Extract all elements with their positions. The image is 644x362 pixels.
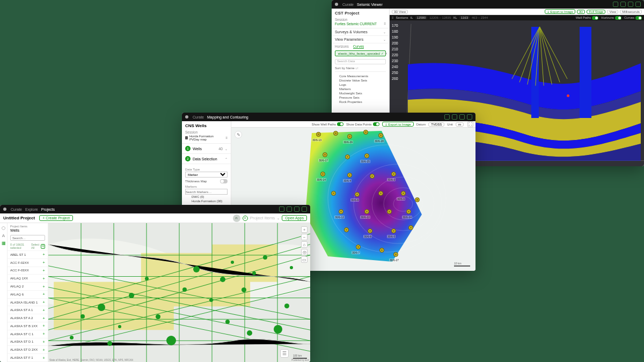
export-button[interactable]: ⤓ Export to Image bbox=[545, 9, 575, 14]
group-item[interactable]: Pressure Sets bbox=[332, 95, 389, 100]
basemap[interactable]: + − ⌂ ◎ ▭ ☰ 100 km State of Alaska, Esri… bbox=[48, 223, 310, 362]
well-item[interactable]: ABEL ST 1+ bbox=[8, 250, 48, 258]
wells-search[interactable] bbox=[10, 235, 45, 241]
datatype-select[interactable]: Marker bbox=[185, 172, 228, 178]
settings-icon[interactable] bbox=[459, 114, 465, 120]
add-icon[interactable]: + bbox=[42, 308, 45, 313]
add-icon[interactable]: + bbox=[42, 316, 45, 321]
well-item[interactable]: AKLAQ 6+ bbox=[8, 290, 48, 298]
add-icon[interactable]: + bbox=[42, 339, 45, 344]
session-row[interactable]: Forties Seismic CURRENT ≡ bbox=[332, 21, 389, 28]
open-apps-button[interactable]: Open Apps bbox=[282, 215, 307, 221]
step-data[interactable]: 2Data Selection ⌃ bbox=[182, 154, 231, 164]
create-project-button[interactable]: + Create Project bbox=[39, 215, 73, 221]
add-icon[interactable]: + bbox=[42, 331, 45, 336]
locate-button[interactable]: ◎ bbox=[301, 249, 308, 255]
markers-search[interactable] bbox=[185, 189, 228, 195]
help-icon[interactable] bbox=[287, 206, 292, 212]
add-icon[interactable]: + bbox=[42, 300, 45, 305]
well-item[interactable]: AKLAQ 1XX+ bbox=[8, 274, 48, 282]
zoom-out-button[interactable]: − bbox=[301, 234, 308, 240]
rail-home-icon[interactable]: ⬡ bbox=[2, 226, 5, 231]
well-item[interactable]: ALASKA ST C 1+ bbox=[8, 330, 48, 338]
avatar[interactable]: ⍝ bbox=[233, 215, 240, 222]
app-name[interactable]: Curate bbox=[193, 115, 204, 119]
group-item[interactable]: Logs bbox=[332, 83, 389, 87]
xl-value[interactable]: 1163 bbox=[459, 16, 470, 19]
bell-icon[interactable] bbox=[279, 206, 284, 212]
well-item[interactable]: ALASKA ISLAND 1+ bbox=[8, 298, 48, 306]
toggle-wellpaths[interactable]: Show Well Paths bbox=[312, 122, 343, 126]
well-item[interactable]: ALASKA ST F 1+ bbox=[8, 353, 48, 361]
step-wells[interactable]: 1Wells 40 ⌄ bbox=[182, 144, 231, 154]
well-item[interactable]: ALASKA ST D 1+ bbox=[8, 338, 48, 346]
well-item[interactable]: AKLAQ 2+ bbox=[8, 282, 48, 290]
add-icon[interactable]: + bbox=[42, 292, 45, 297]
well-item[interactable]: ALASKA ST B 1XX+ bbox=[8, 322, 48, 330]
add-user-button[interactable]: + bbox=[243, 216, 248, 221]
add-icon[interactable]: + bbox=[42, 252, 45, 257]
view-params-panel[interactable]: View Parameters⌄ bbox=[332, 36, 389, 43]
bell-icon[interactable] bbox=[613, 2, 618, 7]
sort-row[interactable]: Sort by Name ↓↑ bbox=[335, 67, 386, 72]
project-items-pill[interactable]: Project Items bbox=[250, 216, 275, 220]
well-item[interactable]: ACC F-02XX+ bbox=[8, 258, 48, 267]
menu-icon[interactable]: ≡ bbox=[225, 136, 228, 139]
crumb-projects[interactable]: Projects bbox=[41, 208, 55, 211]
settings-icon[interactable] bbox=[628, 2, 633, 7]
well-item[interactable]: ALASKA ST A 1+ bbox=[8, 306, 48, 314]
add-icon[interactable]: + bbox=[42, 268, 45, 273]
marker-option[interactable]: DWC (0) bbox=[185, 195, 228, 199]
add-icon[interactable]: + bbox=[42, 260, 45, 265]
toggle-wellpaths[interactable]: Well Paths bbox=[576, 16, 599, 20]
add-icon[interactable]: + bbox=[42, 323, 45, 328]
rail-text-icon[interactable]: A bbox=[2, 233, 5, 238]
marker-option[interactable]: Horda Formation (30) bbox=[185, 199, 228, 203]
group-item[interactable]: Mudweight Sets bbox=[332, 91, 389, 95]
rail-grid-icon[interactable]: ▦ bbox=[2, 241, 6, 246]
chip-fullstage[interactable]: Full Stage bbox=[587, 10, 605, 14]
toggle-datapoints[interactable]: Show Data Points bbox=[346, 122, 379, 126]
settings-icon[interactable] bbox=[294, 206, 299, 212]
measure-tool[interactable]: ✎ bbox=[235, 131, 242, 138]
bell-icon[interactable] bbox=[444, 114, 450, 120]
app-name[interactable]: Curate bbox=[11, 208, 22, 211]
help-icon[interactable] bbox=[620, 2, 626, 7]
app-name[interactable]: Curate bbox=[342, 3, 354, 6]
chip-3d[interactable]: 3D bbox=[577, 10, 586, 14]
select-all[interactable]: Select All bbox=[31, 243, 41, 249]
toggle-curves[interactable]: Curves bbox=[624, 16, 642, 20]
chip-view[interactable]: View bbox=[607, 10, 618, 14]
group-item[interactable]: Discrete Value Sets bbox=[332, 78, 389, 83]
add-icon[interactable]: + bbox=[42, 284, 45, 289]
expand-icon[interactable]: ⛶ bbox=[467, 121, 473, 127]
add-icon[interactable]: + bbox=[42, 356, 45, 360]
select-tool[interactable]: ▭ bbox=[301, 256, 308, 263]
add-icon[interactable]: + bbox=[42, 276, 45, 281]
units-select[interactable]: Milliseconds bbox=[620, 10, 642, 14]
il-value[interactable]: 12580 bbox=[415, 16, 428, 19]
well-item[interactable]: ALASKA ST A 2+ bbox=[8, 314, 48, 322]
well-item[interactable]: ACC F-03XX+ bbox=[8, 267, 48, 275]
account-icon[interactable] bbox=[467, 114, 472, 120]
tab-horizons[interactable]: Horizons bbox=[335, 45, 349, 49]
zoom-in-button[interactable]: + bbox=[301, 226, 308, 233]
tab-curves[interactable]: Curves bbox=[353, 45, 364, 49]
add-icon[interactable]: + bbox=[42, 348, 45, 352]
group-item[interactable]: Rock Properties bbox=[332, 100, 389, 104]
data-search[interactable]: Search Data bbox=[335, 59, 386, 64]
view-mode[interactable]: 3D View bbox=[392, 10, 408, 14]
account-icon[interactable] bbox=[635, 2, 641, 7]
group-item[interactable]: Markers bbox=[332, 87, 389, 91]
layers-button[interactable]: ☰ bbox=[280, 349, 289, 358]
datum-select[interactable]: TVDSS bbox=[428, 122, 444, 127]
toggle-horizons[interactable]: Horizons bbox=[601, 16, 621, 20]
crumb-explore[interactable]: Explore bbox=[25, 208, 38, 211]
thickmap-toggle[interactable] bbox=[220, 179, 228, 183]
session-row[interactable]: Horda Formation PVDay map ≡ bbox=[182, 134, 231, 144]
close-icon[interactable]: ✕ bbox=[385, 51, 387, 55]
group-item[interactable]: Core Measurements bbox=[332, 74, 389, 78]
surveys-panel[interactable]: Surveys & Volumes⌄ bbox=[332, 28, 389, 36]
export-button[interactable]: ⤓ Export to Image bbox=[382, 122, 414, 127]
filter-icon[interactable]: ⚲ bbox=[41, 244, 45, 249]
